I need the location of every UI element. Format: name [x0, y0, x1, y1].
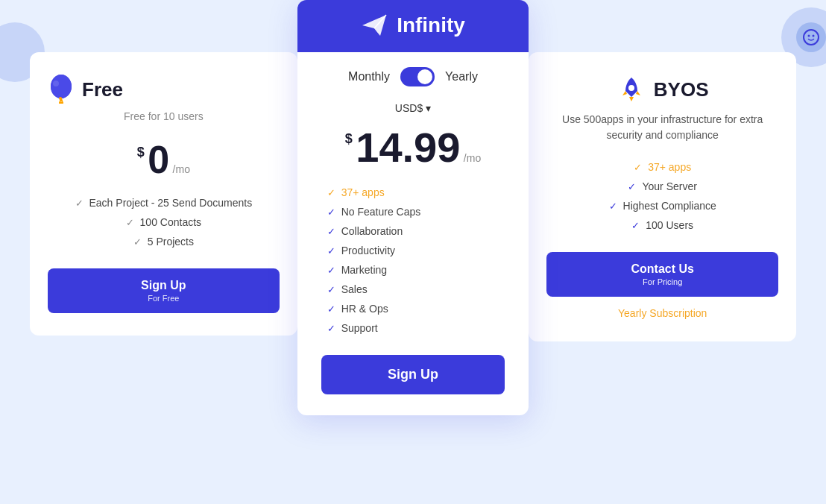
infinity-features-list: ✓ 37+ apps ✓ No Feature Caps ✓ Collabora…	[321, 186, 505, 334]
infinity-price-symbol: $	[345, 131, 353, 146]
byos-description: Use 500apps in your infrastructure for e…	[546, 112, 778, 143]
check-icon-3: ✓	[133, 236, 142, 248]
svg-point-5	[53, 81, 59, 86]
svg-point-4	[51, 75, 72, 98]
byos-contact-label: Contact Us	[631, 262, 693, 276]
bg-circle-right-inner	[796, 22, 826, 52]
currency-button[interactable]: USD$ ▾	[395, 102, 431, 114]
check-icon-blue-6: ✓	[327, 303, 335, 315]
check-icon-blue-7: ✓	[327, 323, 335, 334]
infinity-price-period: /mo	[464, 152, 481, 164]
byos-feature-0: ✓ 37+ apps	[546, 161, 778, 173]
check-icon-2: ✓	[126, 217, 134, 228]
infinity-feature-4: ✓ Marketing	[321, 264, 505, 276]
check-icon-blue-5: ✓	[327, 284, 335, 295]
infinity-signup-button[interactable]: Sign Up	[321, 355, 505, 394]
toggle-section: Monthly Yearly	[321, 67, 505, 86]
balloon-icon	[48, 75, 75, 104]
currency-label: USD$	[395, 102, 423, 114]
byos-check-icon-orange-0: ✓	[634, 162, 642, 173]
svg-point-6	[59, 97, 62, 100]
chevron-down-icon: ▾	[426, 102, 431, 114]
currency-select: USD$ ▾	[321, 101, 505, 115]
infinity-feature-5: ✓ Sales	[321, 283, 505, 295]
infinity-header: Infinity	[297, 0, 529, 52]
free-signup-button[interactable]: Sign Up For Free	[48, 268, 280, 313]
toggle-switch[interactable]	[400, 67, 435, 86]
infinity-feature-0: ✓ 37+ apps	[321, 186, 505, 198]
cards-container: Free Free for 10 users $ 0 /mo ✓ Each Pr…	[30, 0, 796, 415]
byos-contact-sub: For Pricing	[643, 277, 682, 286]
infinity-feature-3: ✓ Productivity	[321, 245, 505, 256]
byos-title: BYOS	[654, 78, 709, 101]
toggle-yearly-label: Yearly	[445, 70, 478, 84]
free-price-section: $ 0 /mo	[48, 140, 280, 179]
byos-contact-button[interactable]: Contact Us For Pricing	[546, 252, 778, 297]
infinity-feature-1: ✓ No Feature Caps	[321, 206, 505, 218]
byos-feature-3: ✓ 100 Users	[546, 219, 778, 231]
infinity-plan-card: Infinity Monthly Yearly USD$ ▾ $ 14.99	[297, 0, 529, 415]
yearly-subscription-label: Yearly Subscription	[546, 307, 778, 319]
check-icon-blue-2: ✓	[327, 226, 335, 237]
infinity-signup-label: Sign Up	[388, 367, 438, 382]
byos-feature-2: ✓ Highest Compliance	[546, 200, 778, 212]
infinity-body: Monthly Yearly USD$ ▾ $ 14.99 /mo	[297, 52, 529, 415]
byos-check-icon-blue-3: ✓	[631, 220, 640, 231]
infinity-price: 14.99	[356, 124, 460, 171]
paper-plane-icon	[361, 12, 388, 39]
byos-check-icon-blue-1: ✓	[628, 181, 636, 192]
free-price-period: /mo	[173, 163, 190, 175]
byos-plan-card: BYOS Use 500apps in your infrastructure …	[529, 52, 796, 341]
free-plan-card: Free Free for 10 users $ 0 /mo ✓ Each Pr…	[30, 52, 297, 336]
free-feature-3: ✓ 5 Projects	[48, 236, 280, 248]
free-plan-name: Free	[82, 78, 123, 101]
svg-point-0	[804, 30, 819, 45]
infinity-feature-7: ✓ Support	[321, 322, 505, 334]
check-icon-blue-4: ✓	[327, 265, 335, 276]
svg-point-1	[808, 35, 810, 37]
free-feature-1: ✓ Each Project - 25 Send Documents	[48, 197, 280, 209]
toggle-monthly-label: Monthly	[348, 70, 390, 84]
svg-point-2	[813, 35, 815, 37]
svg-point-11	[628, 85, 634, 91]
byos-header: BYOS	[546, 75, 778, 104]
free-plan-subtitle: Free for 10 users	[48, 110, 280, 122]
free-signup-label: Sign Up	[141, 279, 186, 292]
check-icon-blue-3: ✓	[327, 245, 335, 256]
check-icon-1: ✓	[75, 198, 83, 209]
check-icon-blue-1: ✓	[327, 207, 335, 218]
free-signup-sub: For Free	[148, 294, 179, 303]
check-icon-orange-0: ✓	[327, 187, 335, 198]
infinity-price-section: $ 14.99 /mo	[321, 127, 505, 168]
infinity-feature-2: ✓ Collaboration	[321, 225, 505, 237]
page-wrapper: Free Free for 10 users $ 0 /mo ✓ Each Pr…	[0, 0, 826, 504]
free-feature-2: ✓ 100 Contacts	[48, 216, 280, 228]
byos-feature-1: ✓ Your Server	[546, 180, 778, 192]
infinity-feature-6: ✓ HR & Ops	[321, 303, 505, 315]
free-price-symbol: $	[137, 145, 145, 160]
infinity-title: Infinity	[397, 13, 465, 37]
free-price: 0	[148, 138, 169, 181]
rocket-icon	[617, 75, 646, 104]
free-features-list: ✓ Each Project - 25 Send Documents ✓ 100…	[48, 197, 280, 248]
free-plan-header: Free	[48, 75, 280, 104]
byos-features-list: ✓ 37+ apps ✓ Your Server ✓ Highest Compl…	[546, 161, 778, 231]
svg-marker-8	[362, 15, 386, 36]
byos-check-icon-blue-2: ✓	[609, 201, 617, 212]
